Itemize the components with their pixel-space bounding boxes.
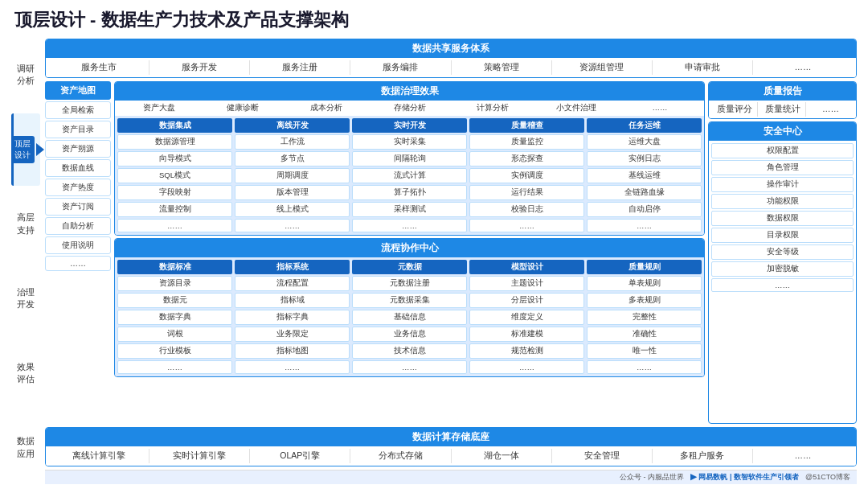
realtime-item-4: 算子拓扑 bbox=[352, 185, 467, 200]
std-item-3: 数据字典 bbox=[117, 310, 232, 325]
sidebar-group-design: 顶层设计 bbox=[11, 113, 40, 187]
compute-item-2: 实时计算引擎 bbox=[149, 449, 250, 463]
offline-dev-section: 离线开发 工作流 多节点 周期调度 版本管理 线上模式 …… bbox=[235, 118, 350, 232]
sec-item-2: 角色管理 bbox=[711, 160, 854, 175]
central-section: 数据治理效果 资产大盘 健康诊断 成本分析 存储分析 计算分析 小文件治理 …… bbox=[114, 81, 705, 424]
realtime-item-1: 实时采集 bbox=[352, 134, 467, 150]
qcheck-item-2: 形态探查 bbox=[469, 151, 584, 166]
offline-item-5: 线上模式 bbox=[235, 202, 350, 217]
model-item-1: 主题设计 bbox=[469, 276, 584, 291]
qreport-item-1: 质量评分 bbox=[711, 102, 758, 117]
sec-item-1: 权限配置 bbox=[711, 143, 854, 158]
process-section: 流程协作中心 数据标准 资源目录 数据元 数据字典 词根 行业模板 …… bbox=[114, 238, 705, 377]
quality-report-items: 质量评分 质量统计 …… bbox=[709, 101, 856, 118]
data-share-items: 服务生市 服务开发 服务注册 服务编排 策略管理 资源组管理 申请审批 …… bbox=[46, 58, 856, 77]
taskops-item-2: 实例日志 bbox=[587, 151, 702, 166]
std-item-1: 资源目录 bbox=[117, 276, 232, 291]
asset-item-3: 资产朔源 bbox=[45, 140, 111, 158]
qcheck-item-5: 校验日志 bbox=[469, 202, 584, 217]
meta-item-3: 基础信息 bbox=[352, 310, 467, 325]
right-col: 质量报告 质量评分 质量统计 …… 安全中心 权限配置 角色管理 bbox=[708, 81, 857, 424]
sidebar-group-support: 高层支持 bbox=[11, 187, 40, 261]
data-share-header: 数据共享服务体系 bbox=[46, 39, 856, 58]
realtime-header: 实时开发 bbox=[352, 118, 467, 133]
qrule-item-1: 单表规则 bbox=[587, 276, 702, 291]
gov-item-4: 存储分析 bbox=[369, 102, 451, 114]
asset-item-6: 资产订阅 bbox=[45, 198, 111, 216]
sidebar-label-evaluate: 效果评估 bbox=[17, 361, 35, 386]
realtime-item-2: 间隔轮询 bbox=[352, 151, 467, 166]
qrule-header: 质量规则 bbox=[587, 260, 702, 274]
sec-item-8: 加密脱敏 bbox=[711, 261, 854, 277]
realtime-item-6: …… bbox=[352, 219, 467, 232]
sec-item-5: 数据权限 bbox=[711, 211, 854, 226]
sidebar-label-support: 高层支持 bbox=[17, 212, 35, 236]
model-item-3: 维度定义 bbox=[469, 310, 584, 325]
metric-item-4: 业务限定 bbox=[235, 327, 350, 342]
sec-item-6: 目录权限 bbox=[711, 228, 854, 243]
std-item-2: 数据元 bbox=[117, 293, 232, 308]
qrule-item-3: 完整性 bbox=[587, 310, 702, 325]
std-item-6: …… bbox=[117, 360, 232, 374]
taskops-item-3: 基线运维 bbox=[587, 168, 702, 183]
sidebar-label-survey: 调研分析 bbox=[17, 63, 35, 88]
security-center-header: 安全中心 bbox=[709, 122, 856, 141]
meta-header: 元数据 bbox=[352, 260, 467, 274]
offline-item-1: 工作流 bbox=[235, 134, 350, 150]
offline-item-4: 版本管理 bbox=[235, 185, 350, 200]
share-item-7: 申请审批 bbox=[653, 60, 753, 75]
compute-item-5: 湖仓一体 bbox=[452, 449, 552, 463]
meta-item-1: 元数据注册 bbox=[352, 276, 467, 291]
quality-rule-section: 质量规则 单表规则 多表规则 完整性 准确性 唯一性 …… bbox=[587, 260, 702, 374]
realtime-item-3: 流式计算 bbox=[352, 168, 467, 183]
sidebar-label-governance: 治理开发 bbox=[17, 286, 35, 311]
sidebar-group-evaluate: 效果评估 bbox=[11, 337, 40, 410]
process-header: 流程协作中心 bbox=[115, 239, 704, 257]
asset-item-1: 全局检索 bbox=[45, 101, 111, 119]
data-standard-section: 数据标准 资源目录 数据元 数据字典 词根 行业模板 …… bbox=[117, 260, 232, 374]
share-item-6: 资源组管理 bbox=[552, 60, 653, 75]
asset-item-5: 资产热度 bbox=[45, 179, 111, 196]
qrule-item-4: 准确性 bbox=[587, 327, 702, 342]
governance-top-items: 资产大盘 健康诊断 成本分析 存储分析 计算分析 小文件治理 …… bbox=[115, 101, 704, 116]
std-item-5: 行业模板 bbox=[117, 343, 232, 359]
compute-item-7: 多租户服务 bbox=[653, 449, 753, 463]
metric-item-5: 指标地图 bbox=[235, 343, 350, 359]
offline-item-2: 多节点 bbox=[235, 151, 350, 166]
gov-item-7: …… bbox=[619, 102, 701, 114]
task-ops-section: 任务运维 运维大盘 实例日志 基线运维 全链路血缘 自动启停 …… bbox=[587, 118, 702, 232]
qcheck-item-6: …… bbox=[469, 219, 584, 232]
taskops-item-6: …… bbox=[587, 219, 702, 232]
qcheck-item-4: 运行结果 bbox=[469, 185, 584, 200]
std-item-4: 词根 bbox=[117, 327, 232, 342]
metric-item-6: …… bbox=[235, 360, 350, 374]
metric-sys-section: 指标系统 流程配置 指标域 指标字典 业务限定 指标地图 …… bbox=[235, 260, 350, 374]
qreport-item-2: 质量统计 bbox=[760, 102, 806, 117]
meta-item-5: 技术信息 bbox=[352, 343, 467, 359]
middle-row: 资产地图 全局检索 资产目录 资产朔源 数据血线 资产热度 资产订阅 自助分析 … bbox=[45, 81, 857, 424]
taskops-item-4: 全链路血缘 bbox=[587, 185, 702, 200]
model-header: 模型设计 bbox=[469, 260, 584, 274]
page-title: 顶层设计 - 数据生产力技术及产品支撑架构 bbox=[11, 8, 857, 32]
quality-check-header: 质量稽查 bbox=[469, 118, 584, 133]
main-content: 数据共享服务体系 服务生市 服务开发 服务注册 服务编排 策略管理 资源组管理 … bbox=[45, 39, 857, 484]
share-item-1: 服务生市 bbox=[49, 60, 149, 75]
sidebar-design-label: 顶层设计 bbox=[11, 136, 35, 163]
compute-items: 离线计算引擎 实时计算引擎 OLAP引擎 分布式存储 湖仓一体 安全管理 多租户… bbox=[46, 446, 856, 466]
gov-item-2: 健康诊断 bbox=[202, 102, 284, 114]
taskops-item-5: 自动启停 bbox=[587, 202, 702, 217]
data-share-section: 数据共享服务体系 服务生市 服务开发 服务注册 服务编排 策略管理 资源组管理 … bbox=[45, 39, 857, 78]
realtime-item-5: 采样测试 bbox=[352, 202, 467, 217]
integration-item-4: 字段映射 bbox=[117, 185, 232, 200]
asset-item-7: 自助分析 bbox=[45, 217, 111, 235]
qrule-item-5: 唯一性 bbox=[587, 343, 702, 359]
offline-header: 离线开发 bbox=[235, 118, 350, 133]
gov-item-5: 计算分析 bbox=[452, 102, 534, 114]
security-items: 权限配置 角色管理 操作审计 功能权限 数据权限 目录权限 安全等级 加密脱敏 … bbox=[709, 141, 856, 294]
footer-wechat: 公众号 - 内服品世界 bbox=[620, 472, 684, 483]
footer-bar: 公众号 - 内服品世界 ▶ 网易数帆 | 数智软件生产引领者 @51CTO博客 bbox=[45, 470, 857, 484]
taskops-item-1: 运维大盘 bbox=[587, 134, 702, 150]
sidebar-group-survey: 调研分析 bbox=[11, 39, 40, 112]
quality-check-section: 质量稽查 质量监控 形态探查 实例调度 运行结果 校验日志 …… bbox=[469, 118, 584, 232]
governance-section: 数据治理效果 资产大盘 健康诊断 成本分析 存储分析 计算分析 小文件治理 …… bbox=[114, 81, 705, 236]
